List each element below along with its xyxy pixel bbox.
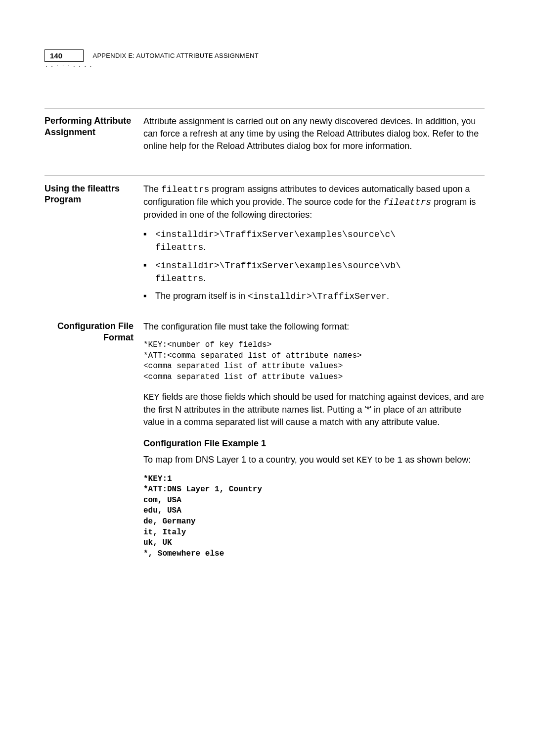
paragraph: Attribute assignment is carried out on a…	[143, 115, 485, 153]
text: To map from DNS Layer 1 to a country, yo…	[143, 455, 356, 465]
subsection-configuration-file-format: Configuration File Format The configurat…	[44, 321, 485, 567]
code-block: *KEY:<number of key fields> *ATT:<comma …	[143, 340, 485, 382]
text: fields are those fields which should be …	[143, 392, 484, 427]
subsection-body: The configuration file must take the fol…	[143, 321, 485, 567]
section-using-fileattrs-program: Using the fileattrs Program The fileattr…	[44, 176, 485, 309]
text: .	[203, 242, 206, 252]
code-inline-italic: fileattrs	[383, 197, 431, 207]
section-performing-attribute-assignment: Performing Attribute Assignment Attribut…	[44, 108, 485, 160]
code-inline: fileattrs	[161, 185, 209, 194]
code-inline: fileattrs	[155, 274, 203, 284]
code-block-bold: *KEY:1 *ATT:DNS Layer 1, Country com, US…	[143, 474, 485, 560]
code-inline: KEY	[143, 392, 159, 402]
code-inline: 1	[397, 455, 402, 465]
paragraph: The configuration file must take the fol…	[143, 321, 485, 333]
section-heading: Performing Attribute Assignment	[44, 115, 143, 160]
section-body: Attribute assignment is carried out on a…	[143, 115, 485, 160]
list-item: <installdir>\TraffixServer\examples\sour…	[143, 259, 485, 285]
text: as shown below:	[402, 455, 471, 465]
code-inline: fileattrs	[155, 242, 203, 252]
header-text: APPENDIX E: AUTOMATIC ATTRIBUTE ASSIGNME…	[92, 49, 259, 59]
page-header: 140 . . · · · . . . . APPENDIX E: AUTOMA…	[44, 49, 485, 68]
text: .	[203, 273, 206, 283]
subsection-heading: Configuration File Format	[44, 321, 143, 567]
code-inline: <installdir>\TraffixServer\examples\sour…	[155, 261, 401, 271]
list-item: <installdir>\TraffixServer\examples\sour…	[143, 228, 485, 254]
paragraph: The fileattrs program assigns attributes…	[143, 183, 485, 222]
text: .	[387, 291, 389, 301]
page: 140 . . · · · . . . . APPENDIX E: AUTOMA…	[0, 0, 534, 616]
text: to be	[372, 455, 397, 465]
section-heading: Using the fileattrs Program	[44, 183, 143, 309]
code-inline: <installdir>\TraffixServer	[248, 291, 387, 301]
subheading: Configuration File Example 1	[143, 437, 485, 450]
paragraph: KEY fields are those fields which should…	[143, 391, 485, 429]
header-dots: . . · · · . . . .	[45, 61, 92, 68]
page-number-box: 140 . . · · · . . . .	[44, 49, 92, 68]
list-item: The program itself is in <installdir>\Tr…	[143, 290, 485, 303]
bullet-list: <installdir>\TraffixServer\examples\sour…	[143, 228, 485, 303]
text: The	[143, 184, 161, 194]
paragraph: To map from DNS Layer 1 to a country, yo…	[143, 454, 485, 467]
code-inline: <installdir>\TraffixServer\examples\sour…	[155, 230, 396, 239]
code-inline: KEY	[356, 455, 372, 465]
page-number: 140	[44, 49, 84, 62]
section-body: The fileattrs program assigns attributes…	[143, 183, 485, 309]
text: The program itself is in	[155, 291, 248, 301]
